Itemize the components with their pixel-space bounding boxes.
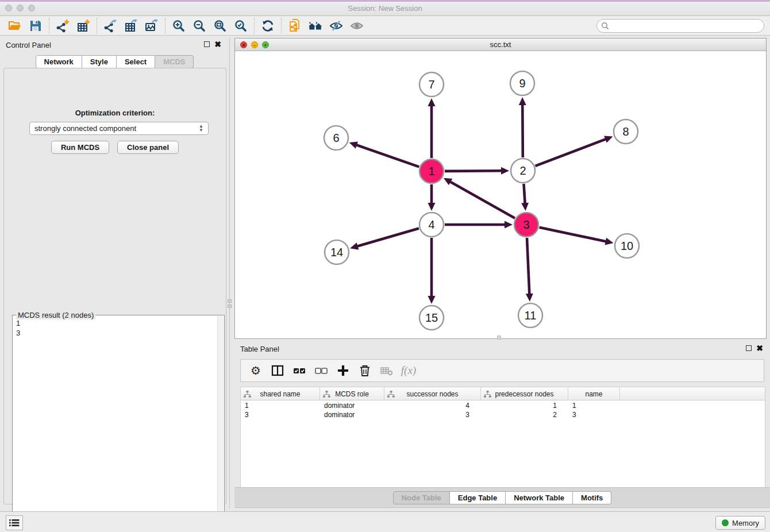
delete-column-button[interactable] xyxy=(356,361,374,380)
task-history-button[interactable] xyxy=(6,515,23,530)
houses-icon xyxy=(308,19,323,33)
node-label-2: 2 xyxy=(519,164,526,177)
search-input[interactable] xyxy=(596,19,764,33)
close-table-panel-icon[interactable]: ✖ xyxy=(756,345,763,351)
edge-1-6[interactable] xyxy=(355,145,419,167)
memory-button[interactable]: Memory xyxy=(715,516,765,530)
arrowhead-4-3 xyxy=(505,221,513,229)
zoom-fit-button[interactable] xyxy=(210,17,230,34)
export-table-button[interactable] xyxy=(121,17,141,34)
hierarchical-layout-button[interactable] xyxy=(305,17,326,34)
select-stepper-icon: ▲▼ xyxy=(199,124,203,132)
close-panel-button[interactable]: Close panel xyxy=(117,141,179,154)
criterion-value: strongly connected component xyxy=(34,124,136,133)
window-top-accent xyxy=(0,0,770,2)
export-network-button[interactable] xyxy=(100,17,121,34)
select-all-button[interactable] xyxy=(290,361,309,380)
zoom-out-icon xyxy=(192,19,206,33)
arrowhead-1-2 xyxy=(501,167,509,175)
node-label-11: 11 xyxy=(525,309,537,322)
network-from-file-button[interactable] xyxy=(284,17,305,34)
function-builder-button[interactable]: f(x) xyxy=(399,361,418,380)
mcds-result-title: MCDS result (2 nodes) xyxy=(16,311,95,319)
export-image-button[interactable] xyxy=(141,17,162,34)
zoom-selected-button[interactable] xyxy=(230,17,251,34)
import-table-button[interactable] xyxy=(73,17,94,34)
hide-graphics-details-button[interactable] xyxy=(326,17,346,34)
tab-select[interactable]: Select xyxy=(117,55,155,68)
tab-network[interactable]: Network xyxy=(36,55,82,68)
toolbar-separator xyxy=(165,18,165,34)
table-header-row: shared nameMCDS rolesuccessor nodesprede… xyxy=(241,387,765,400)
create-column-button[interactable] xyxy=(334,361,352,380)
edge-1-2[interactable] xyxy=(445,171,503,171)
edge-2-3[interactable] xyxy=(523,184,525,205)
import-network-button[interactable] xyxy=(52,17,73,34)
zoom-out-button[interactable] xyxy=(189,17,210,34)
table-row[interactable]: 3dominator323 xyxy=(241,410,765,419)
export-network-icon xyxy=(103,19,117,33)
network-title: scc.txt xyxy=(235,40,766,49)
tab-node-table[interactable]: Node Table xyxy=(393,491,450,504)
split-pane-grip[interactable] xyxy=(228,299,232,310)
tree-icon xyxy=(387,391,395,398)
network-window-titlebar[interactable]: ✕ – + scc.txt xyxy=(235,38,766,51)
edge-3-11[interactable] xyxy=(527,238,529,295)
export-table-icon xyxy=(124,19,138,33)
result-scrollbar[interactable] xyxy=(217,316,224,532)
save-session-button[interactable] xyxy=(25,17,46,34)
edge-2-9[interactable] xyxy=(522,103,523,157)
edge-3-1[interactable] xyxy=(449,181,514,218)
deselect-all-button[interactable] xyxy=(312,361,330,380)
cell-MCDS-role: dominator xyxy=(320,401,384,410)
network-file-icon xyxy=(288,19,302,33)
column-header-successor-nodes[interactable]: successor nodes xyxy=(384,387,481,400)
table-row[interactable]: 1dominator411 xyxy=(241,401,765,410)
cell-shared-name: 3 xyxy=(241,410,320,419)
window-resize-handle[interactable] xyxy=(497,336,501,340)
apply-layout-button[interactable] xyxy=(257,17,278,34)
float-table-panel-icon[interactable] xyxy=(746,345,752,351)
delete-table-icon xyxy=(380,364,394,377)
column-header-predecessor-nodes[interactable]: predecessor nodes xyxy=(481,387,568,400)
edge-3-10[interactable] xyxy=(540,228,607,242)
tab-network-table[interactable]: Network Table xyxy=(506,491,573,504)
table-panel: Table Panel ✖ ⚙ f(x) shared nameMCDS rol… xyxy=(234,342,770,508)
column-header-shared-name[interactable]: shared name xyxy=(241,387,320,400)
network-canvas[interactable]: 7968124314101511 xyxy=(235,51,766,338)
tree-icon xyxy=(244,391,251,398)
criterion-select[interactable]: strongly connected component ▲▼ xyxy=(29,122,209,135)
main-titlebar: Session: New Session xyxy=(0,0,770,16)
tab-motifs[interactable]: Motifs xyxy=(573,491,611,504)
column-label: predecessor nodes xyxy=(495,390,553,398)
arrowhead-3-10 xyxy=(605,238,613,245)
arrowhead-1-7 xyxy=(428,98,436,106)
delete-table-button[interactable] xyxy=(378,361,396,380)
edge-4-14[interactable] xyxy=(356,228,419,246)
tab-style[interactable]: Style xyxy=(82,55,117,68)
select-all-icon xyxy=(292,364,306,377)
show-graphics-details-button[interactable] xyxy=(346,17,367,34)
table-panel-title: Table Panel xyxy=(240,345,279,353)
float-panel-icon[interactable] xyxy=(204,41,210,47)
gear-icon: ⚙ xyxy=(251,364,261,377)
cell-name: 1 xyxy=(568,401,620,410)
arrowhead-3-11 xyxy=(526,294,533,302)
result-line: 3 xyxy=(16,328,221,338)
close-panel-icon[interactable]: ✖ xyxy=(214,41,221,47)
run-mcds-button[interactable]: Run MCDS xyxy=(51,141,109,154)
zoom-in-button[interactable] xyxy=(168,17,189,34)
open-session-button[interactable] xyxy=(5,17,25,34)
main-toolbar xyxy=(0,16,770,36)
table-tabstrip: Node TableEdge TableNetwork TableMotifs xyxy=(234,487,770,508)
show-columns-button[interactable] xyxy=(268,361,287,380)
node-label-14: 14 xyxy=(330,246,343,259)
column-header-MCDS-role[interactable]: MCDS role xyxy=(320,387,384,400)
node-label-9: 9 xyxy=(519,77,525,90)
table-options-button[interactable]: ⚙ xyxy=(247,361,265,380)
tab-edge-table[interactable]: Edge Table xyxy=(450,491,506,504)
column-header-name[interactable]: name xyxy=(568,387,620,400)
tab-mcds[interactable]: MCDS xyxy=(155,55,194,68)
edge-2-8[interactable] xyxy=(536,138,607,165)
arrowhead-2-9 xyxy=(519,97,526,105)
